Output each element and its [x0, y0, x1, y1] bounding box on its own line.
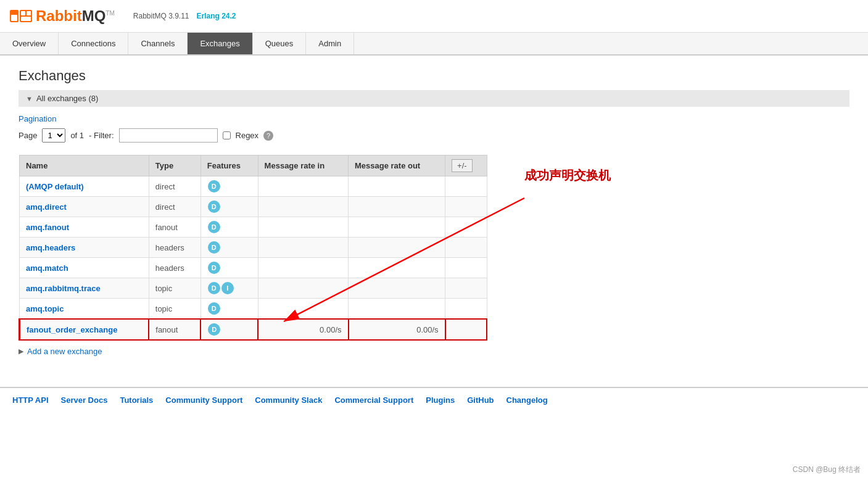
table-row[interactable]: amq.topictopicD — [20, 299, 487, 320]
add-exchange-link[interactable]: Add a new exchange — [27, 347, 102, 356]
footer-link-community-slack[interactable]: Community Slack — [255, 395, 322, 405]
table-row[interactable]: amq.matchheadersD — [20, 258, 487, 278]
col-features: Features — [200, 155, 258, 176]
erlang-version: Erlang 24.2 — [197, 12, 236, 20]
nav-connections[interactable]: Connections — [59, 33, 128, 54]
message-rate-in — [258, 299, 348, 320]
rabbitmq-version: RabbitMQ 3.9.11 — [133, 12, 189, 20]
logo-text: RabbitMQTM — [36, 7, 115, 25]
plus-minus-cell — [445, 217, 487, 238]
nav-channels[interactable]: Channels — [128, 33, 188, 54]
annotation-text: 成功声明交换机 — [524, 167, 611, 184]
table-row[interactable]: (AMQP default)directD — [20, 176, 487, 197]
exchange-name[interactable]: amq.headers — [20, 238, 149, 258]
message-rate-in: 0.00/s — [258, 319, 348, 340]
footer-link-server-docs[interactable]: Server Docs — [61, 395, 108, 405]
logo-tm: TM — [105, 10, 114, 17]
exchange-name[interactable]: amq.match — [20, 258, 149, 278]
exchange-features: D — [200, 258, 258, 278]
regex-checkbox[interactable] — [223, 131, 231, 139]
pagination-controls: Page 1 of 1 - Filter: Regex ? — [19, 128, 849, 143]
collapse-arrow-icon[interactable]: ▼ — [26, 95, 33, 102]
nav-queues[interactable]: Queues — [253, 33, 307, 54]
svg-rect-5 — [11, 15, 17, 21]
message-rate-in — [258, 176, 348, 197]
message-rate-out — [349, 299, 445, 320]
table-row[interactable]: fanout_order_exchangefanoutD0.00/s0.00/s — [20, 319, 487, 340]
regex-help-icon[interactable]: ? — [263, 131, 273, 141]
plus-minus-cell — [445, 258, 487, 278]
footer-link-plugins[interactable]: Plugins — [426, 395, 455, 405]
feature-badge-d: D — [208, 201, 220, 213]
plus-minus-cell — [445, 238, 487, 258]
table-row[interactable]: amq.fanoutfanoutD — [20, 217, 487, 238]
exchange-features: D — [200, 197, 258, 217]
logo: RabbitMQTM — [10, 5, 115, 27]
page-select[interactable]: 1 — [42, 128, 65, 143]
footer-link-http-api[interactable]: HTTP API — [12, 395, 49, 405]
message-rate-out — [349, 197, 445, 217]
col-rate-in: Message rate in — [258, 155, 348, 176]
exchange-name[interactable]: (AMQP default) — [20, 176, 149, 197]
col-name: Name — [20, 155, 149, 176]
add-exchange-arrow-icon[interactable]: ▶ — [19, 347, 23, 355]
exchange-features: D — [200, 319, 258, 340]
pagination-label[interactable]: Pagination — [19, 114, 849, 123]
footer-link-github[interactable]: GitHub — [467, 395, 494, 405]
col-plus-minus[interactable]: +/- — [445, 155, 487, 176]
plus-minus-cell — [445, 197, 487, 217]
main-content: Exchanges ▼ All exchanges (8) Pagination… — [0, 56, 868, 368]
feature-badge-d: D — [208, 180, 220, 192]
filter-label: - Filter: — [89, 131, 114, 140]
footer-link-changelog[interactable]: Changelog — [506, 395, 548, 405]
message-rate-in — [258, 197, 348, 217]
section-title: All exchanges (8) — [36, 94, 98, 103]
message-rate-out — [349, 238, 445, 258]
message-rate-out — [349, 258, 445, 278]
exchange-features: D — [200, 238, 258, 258]
footer-link-community-support[interactable]: Community Support — [165, 395, 242, 405]
svg-rect-2 — [21, 11, 25, 15]
feature-badge-d: D — [208, 221, 220, 233]
feature-badge-d: D — [208, 302, 220, 315]
regex-label: Regex — [236, 131, 259, 140]
nav-exchanges[interactable]: Exchanges — [188, 33, 252, 54]
feature-badge-d: D — [208, 282, 220, 294]
plus-minus-button[interactable]: +/- — [452, 159, 473, 172]
nav-overview[interactable]: Overview — [0, 33, 59, 54]
message-rate-out — [349, 176, 445, 197]
message-rate-in — [258, 238, 348, 258]
header: RabbitMQTM RabbitMQ 3.9.11 Erlang 24.2 — [0, 0, 868, 33]
exchange-type: direct — [149, 176, 200, 197]
rabbitmq-logo-icon — [10, 5, 32, 27]
exchange-name[interactable]: amq.direct — [20, 197, 149, 217]
exchange-type: headers — [149, 258, 200, 278]
footer-link-tutorials[interactable]: Tutorials — [120, 395, 153, 405]
table-row[interactable]: amq.directdirectD — [20, 197, 487, 217]
table-row[interactable]: amq.headersheadersD — [20, 238, 487, 258]
page-title: Exchanges — [19, 68, 849, 84]
col-rate-out: Message rate out — [349, 155, 445, 176]
exchange-name[interactable]: amq.fanout — [20, 217, 149, 238]
nav-admin[interactable]: Admin — [306, 33, 354, 54]
message-rate-out: 0.00/s — [349, 319, 445, 340]
svg-rect-3 — [27, 11, 31, 15]
exchange-type: fanout — [149, 217, 200, 238]
exchange-name[interactable]: amq.rabbitmq.trace — [20, 278, 149, 299]
exchange-name[interactable]: fanout_order_exchange — [20, 319, 149, 340]
message-rate-in — [258, 217, 348, 238]
exchange-name[interactable]: amq.topic — [20, 299, 149, 320]
table-row[interactable]: amq.rabbitmq.tracetopicDI — [20, 278, 487, 299]
message-rate-in — [258, 258, 348, 278]
exchanges-table: Name Type Features Message rate in Messa… — [19, 155, 487, 341]
exchange-type: topic — [149, 299, 200, 320]
footer-link-commercial-support[interactable]: Commercial Support — [334, 395, 413, 405]
plus-minus-cell — [445, 278, 487, 299]
footer: HTTP APIServer DocsTutorialsCommunity Su… — [0, 387, 868, 412]
main-nav: Overview Connections Channels Exchanges … — [0, 33, 868, 56]
col-type: Type — [149, 155, 200, 176]
plus-minus-cell — [445, 299, 487, 320]
filter-input[interactable] — [119, 128, 218, 143]
page-label: Page — [19, 131, 37, 140]
feature-badge-d: D — [208, 323, 220, 336]
